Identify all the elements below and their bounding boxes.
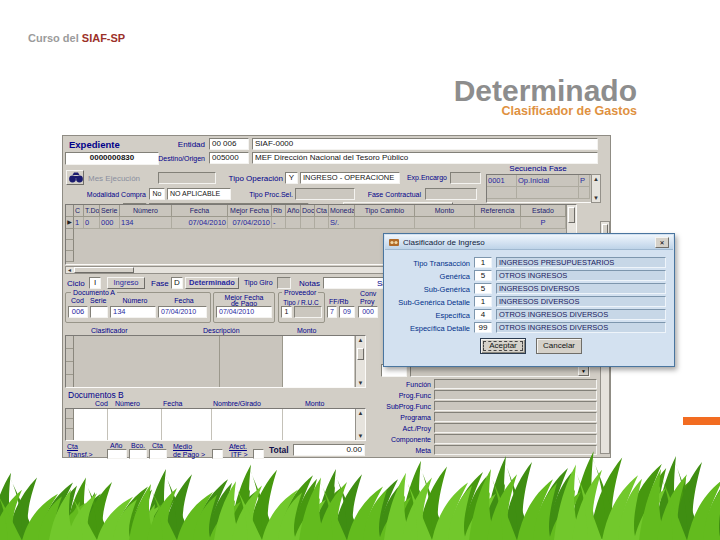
col-header: T.Doc. [84, 205, 100, 217]
documents-grid-row[interactable]: ▶ 1 0 000 134 07/04/2010 07/04/2010 - S/… [66, 217, 576, 229]
cell [475, 217, 521, 229]
col-header: Cta [315, 205, 329, 217]
b-cod-header: Cod [95, 400, 108, 408]
b-monto-header: Monto [305, 400, 324, 408]
grass-decoration [0, 450, 720, 540]
serie-label: Serie [90, 297, 106, 305]
tipo-transaccion-code[interactable]: 1 [474, 257, 492, 268]
search-button[interactable] [66, 170, 84, 185]
ciclo-name: Ingreso [107, 277, 145, 289]
dialog-titlebar[interactable]: Clasificador de Ingreso ✕ [385, 235, 673, 250]
ff-rb-label: FF/Rb [329, 298, 348, 306]
col-header: Doc [301, 205, 315, 217]
binoculars-icon [68, 171, 84, 184]
doc-a-fecha[interactable]: 07/04/2010 [158, 306, 207, 318]
funcion-label: Función [345, 381, 431, 389]
sub-generica-detalle-code[interactable]: 1 [474, 296, 492, 307]
col-header: Estado [521, 205, 566, 217]
entidad-code[interactable]: 00 006 [209, 138, 249, 150]
fase-label: Fase [151, 279, 169, 288]
col-header: Serie [100, 205, 120, 217]
programa-label: Programa [345, 414, 431, 422]
modalidad-name[interactable]: NO APLICABLE [167, 188, 231, 200]
documento-a-title: Documento A [71, 289, 117, 297]
secuencia-flag: P [579, 175, 590, 187]
cell [415, 217, 475, 229]
doc-a-serie[interactable] [90, 306, 108, 318]
especifica-detalle-name: OTROS INGRESOS DIVERSOS [496, 322, 666, 333]
aceptar-button[interactable]: Aceptar [480, 338, 526, 354]
clasificador-ingreso-dialog: Clasificador de Ingreso ✕ Tipo Transacci… [383, 233, 675, 367]
b-numero-header: Número [115, 400, 140, 408]
proveedor-tipo[interactable]: 1 [281, 306, 292, 318]
cell [315, 217, 329, 229]
secuencia-row[interactable]: 0001 Op.Inicial P [487, 175, 600, 187]
scroll-left-icon[interactable]: ◄ [67, 267, 72, 273]
col-header: Monto [415, 205, 475, 217]
sub-generica-detalle-name: INGRESOS DIVERSOS [496, 296, 666, 307]
clasificador-grid[interactable]: ▲ ▼ [65, 335, 366, 388]
cell: 07/04/2010 [228, 217, 272, 229]
destino-code[interactable]: 005000 [209, 152, 249, 164]
mejor-fecha-value[interactable]: 07/04/2010 [216, 306, 272, 318]
modalidad-code[interactable]: No [149, 188, 165, 200]
ff-2[interactable]: 09 [339, 306, 355, 318]
funcion-field [434, 379, 597, 389]
proy-value[interactable]: 000 [358, 306, 378, 318]
col-header: Número [120, 205, 172, 217]
clasificador-scrollbar[interactable]: ▲ ▼ [355, 336, 365, 387]
col-header: Año [286, 205, 301, 217]
especifica-detalle-label: Específica Detalle [386, 324, 470, 333]
descripcion-header: Descripción [203, 327, 240, 335]
cell: 07/04/2010 [172, 217, 228, 229]
tipo-operacion-name[interactable]: INGRESO - OPERACIONE [300, 172, 400, 184]
cancelar-button[interactable]: Cancelar [536, 338, 582, 354]
col-header: C [74, 205, 84, 217]
documentos-b-title: Documentos B [68, 391, 124, 400]
tipo-giro-field [277, 277, 291, 289]
fase-name: Determinado [185, 277, 239, 289]
especifica-detalle-code[interactable]: 99 [474, 322, 492, 333]
tipo-operacion-code[interactable]: Y [285, 172, 298, 184]
proy-label: Proy [360, 298, 374, 306]
exp-encargo-field [450, 172, 481, 184]
especifica-code[interactable]: 4 [474, 309, 492, 320]
generica-code[interactable]: 5 [474, 270, 492, 281]
doc-a-numero[interactable]: 134 [110, 306, 156, 318]
ff-1[interactable]: 7 [327, 306, 337, 318]
cod-label: Cod [71, 297, 84, 305]
ciclo-code[interactable]: I [89, 277, 101, 289]
secuencia-scrollbar[interactable]: ▲ ▼ [591, 174, 601, 203]
exp-encargo-label: Exp.Encargo [403, 174, 447, 182]
proveedor-title: Proveedor [282, 289, 318, 297]
entidad-name[interactable]: SIAF-0000 [252, 138, 598, 150]
cell: 0 [84, 217, 100, 229]
prog-func-field [434, 390, 597, 400]
page-subtitle: Clasificador de Gastos [502, 104, 637, 118]
ciclo-label: Ciclo [67, 279, 85, 288]
generica-name: OTROS INGRESOS [496, 270, 666, 281]
cell: 134 [120, 217, 172, 229]
documentos-b-grid[interactable]: ▲ ▼ [65, 408, 366, 441]
fase-code[interactable]: D [171, 277, 183, 289]
b-fecha-header: Fecha [163, 400, 182, 408]
cell: 1 [74, 217, 84, 229]
fecha-label: Fecha [161, 297, 207, 305]
secuencia-fase-title: Secuencia Fase [486, 164, 590, 173]
destino-name[interactable]: MEF Dirección Nacional del Tesoro Públic… [252, 152, 598, 164]
dialog-close-button[interactable]: ✕ [655, 237, 669, 248]
secuencia-num: 0001 [487, 175, 517, 187]
especifica-label: Específica [386, 311, 470, 320]
tipo-transaccion-label: Tipo Transacción [386, 259, 470, 268]
cell: - [272, 217, 286, 229]
cell: S/. [329, 217, 355, 229]
course-name: SIAF-SP [82, 32, 125, 44]
scroll-up-icon[interactable]: ▲ [356, 336, 365, 344]
sub-generica-code[interactable]: 5 [474, 283, 492, 294]
scroll-down-icon[interactable]: ▼ [592, 194, 600, 202]
doc-a-cod[interactable]: 006 [68, 306, 88, 318]
tipo-giro-label: Tipo Giro [244, 279, 273, 287]
scroll-up-icon[interactable]: ▲ [592, 175, 600, 183]
secuencia-fase-grid: 0001 Op.Inicial P [486, 174, 601, 203]
subprog-func-field [434, 401, 597, 411]
